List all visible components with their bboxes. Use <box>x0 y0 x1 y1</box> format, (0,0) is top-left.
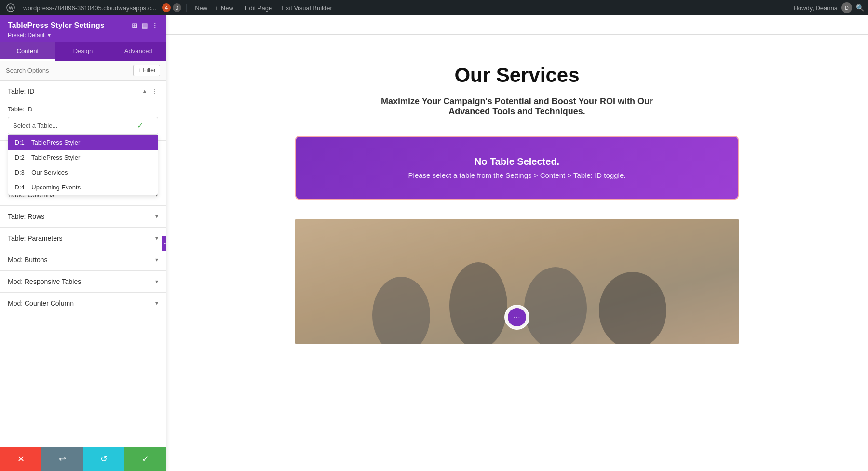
layout-icon[interactable]: ▤ <box>141 22 148 29</box>
chevron-down-icon7: ▾ <box>155 278 158 285</box>
section-table-parameters: Table: Parameters ▾ <box>0 228 166 249</box>
section-table-parameters-header[interactable]: Table: Parameters ▾ <box>0 228 166 249</box>
search-input[interactable] <box>6 67 129 74</box>
page-title: Our Services <box>454 64 579 87</box>
table-dropdown-wrapper: Select a Table... ✓ ID:1 – TablePress St… <box>8 117 158 135</box>
section-mod-counter: Mod: Counter Column ▾ <box>0 293 166 314</box>
main-content: Our Services Maximize Your Campaign's Po… <box>166 15 868 471</box>
people-background: ··· <box>295 219 739 344</box>
table-dropdown-select[interactable]: Select a Table... ✓ <box>8 117 158 135</box>
no-table-title: No Table Selected. <box>306 156 728 167</box>
chevron-up-icon: ▲ <box>142 88 148 94</box>
section-table-id-body: Table: ID Select a Table... ✓ ID:1 – Tab… <box>0 102 166 140</box>
tab-advanced[interactable]: Advanced <box>110 42 166 61</box>
site-url: wordpress-784896-3610405.cloudwaysapps.c… <box>23 4 156 12</box>
section-mod-buttons-title: Mod: Buttons <box>8 256 48 264</box>
search-icon[interactable]: 🔍 <box>856 4 864 12</box>
howdy-text: Howdy, Deanna <box>793 4 838 12</box>
admin-bar: W wordpress-784896-3610405.cloudwaysapps… <box>0 0 868 15</box>
sidebar-title-icons: ⊞ ▤ ⋮ <box>132 22 158 29</box>
filter-label: Filter <box>143 67 156 74</box>
tab-content[interactable]: Content <box>0 42 55 61</box>
undo-icon: ↩ <box>59 454 66 464</box>
search-bar: + Filter <box>0 61 166 81</box>
no-table-inner: No Table Selected. Please select a table… <box>296 137 738 199</box>
circle-action-button[interactable]: ··· <box>504 305 529 330</box>
page-area: Our Services Maximize Your Campaign's Po… <box>166 35 868 471</box>
save-button[interactable]: ✓ <box>124 447 166 471</box>
section-mod-counter-title: Mod: Counter Column <box>8 299 74 307</box>
save-icon: ✓ <box>142 454 149 464</box>
sidebar-title-text: TablePress Styler Settings <box>8 21 105 30</box>
more-icon[interactable]: ⋮ <box>151 22 158 29</box>
undo-button[interactable]: ↩ <box>41 447 83 471</box>
separator: | <box>185 3 187 12</box>
dropdown-check-icon: ✓ <box>137 121 143 130</box>
grid-icon[interactable]: ⊞ <box>132 22 137 29</box>
filter-button[interactable]: + Filter <box>133 65 160 76</box>
new-menu[interactable]: New <box>191 4 211 12</box>
section-mod-responsive: Mod: Responsive Tables ▾ <box>0 271 166 293</box>
builder-toolbar-row <box>166 15 868 35</box>
sidebar-header: TablePress Styler Settings ⊞ ▤ ⋮ Preset:… <box>0 15 166 42</box>
preset-arrow: ▾ <box>48 32 51 39</box>
page-subtitle: Maximize Your Campaign's Potential and B… <box>372 96 662 117</box>
sidebar-title-row: TablePress Styler Settings ⊞ ▤ ⋮ <box>8 21 158 30</box>
section-mod-counter-header[interactable]: Mod: Counter Column ▾ <box>0 293 166 314</box>
exit-visual-builder-btn[interactable]: Exit Visual Builder <box>278 4 336 12</box>
chevron-down-icon8: ▾ <box>155 300 158 307</box>
section-table-parameters-title: Table: Parameters <box>8 234 63 242</box>
table-dropdown-list: ID:1 – TablePress Styler ID:2 – TablePre… <box>8 135 158 195</box>
preset-selector[interactable]: Preset: Default ▾ <box>8 32 158 39</box>
plus-icon: + <box>214 4 218 12</box>
section-table-id-title: Table: ID <box>8 87 34 95</box>
close-button[interactable]: ✕ <box>0 447 41 471</box>
section-mod-buttons: Mod: Buttons ▾ <box>0 249 166 271</box>
section-mod-responsive-header[interactable]: Mod: Responsive Tables ▾ <box>0 271 166 292</box>
admin-bar-site[interactable]: wordpress-784896-3610405.cloudwaysapps.c… <box>19 4 160 12</box>
dropdown-item-4[interactable]: ID:4 – Upcoming Events <box>8 180 158 195</box>
sidebar-toolbar: ✕ ↩ ↺ ✓ <box>0 447 166 471</box>
layout: TablePress Styler Settings ⊞ ▤ ⋮ Preset:… <box>0 0 868 471</box>
dropdown-item-3[interactable]: ID:3 – Our Services <box>8 165 158 180</box>
close-icon: ✕ <box>17 454 25 464</box>
sidebar-tabs: Content Design Advanced <box>0 42 166 61</box>
preset-label: Preset: Default <box>8 32 46 39</box>
section-mod-responsive-title: Mod: Responsive Tables <box>8 278 81 285</box>
dropdown-item-1[interactable]: ID:1 – TablePress Styler <box>8 135 158 150</box>
section-mod-buttons-header[interactable]: Mod: Buttons ▾ <box>0 249 166 270</box>
no-table-box: No Table Selected. Please select a table… <box>295 136 739 200</box>
avatar: D <box>841 2 852 13</box>
chevron-down-icon4: ▾ <box>155 213 158 220</box>
dots-icon: ··· <box>508 308 526 326</box>
filter-plus-icon: + <box>137 67 141 74</box>
table-id-label: Table: ID <box>8 102 158 113</box>
section-table-rows-header[interactable]: Table: Rows ▾ <box>0 206 166 227</box>
resize-handle[interactable]: ↔ <box>162 236 166 251</box>
dropdown-item-2[interactable]: ID:2 – TablePress Styler <box>8 150 158 165</box>
svg-text:W: W <box>9 5 14 11</box>
chevron-down-icon6: ▾ <box>155 256 158 263</box>
comments-counter[interactable]: 4 <box>162 3 171 12</box>
chevron-down-icon5: ▾ <box>155 235 158 242</box>
no-table-message: Please select a table from the Settings … <box>306 171 728 179</box>
wp-logo-icon[interactable]: W <box>4 1 17 14</box>
dropdown-placeholder: Select a Table... <box>13 122 57 129</box>
admin-bar-right: Howdy, Deanna D 🔍 <box>793 2 864 13</box>
redo-button[interactable]: ↺ <box>83 447 124 471</box>
section-dots-icon[interactable]: ⋮ <box>151 87 158 95</box>
section-table-id-header[interactable]: Table: ID ▲ ⋮ <box>0 81 166 102</box>
section-table-id: Table: ID ▲ ⋮ Table: ID Select a Table..… <box>0 81 166 141</box>
section-table-rows-title: Table: Rows <box>8 213 44 220</box>
image-section: ··· <box>295 219 739 344</box>
tab-design[interactable]: Design <box>55 42 111 61</box>
bubble-counter[interactable]: 0 <box>173 3 181 12</box>
section-header-right: ▲ ⋮ <box>142 87 158 95</box>
sidebar-content: Table: ID ▲ ⋮ Table: ID Select a Table..… <box>0 81 166 447</box>
edit-page-btn[interactable]: Edit Page <box>241 4 276 12</box>
sidebar-panel: TablePress Styler Settings ⊞ ▤ ⋮ Preset:… <box>0 15 166 471</box>
redo-icon: ↺ <box>100 454 108 464</box>
section-table-rows: Table: Rows ▾ <box>0 206 166 228</box>
new-label[interactable]: New <box>221 4 233 12</box>
